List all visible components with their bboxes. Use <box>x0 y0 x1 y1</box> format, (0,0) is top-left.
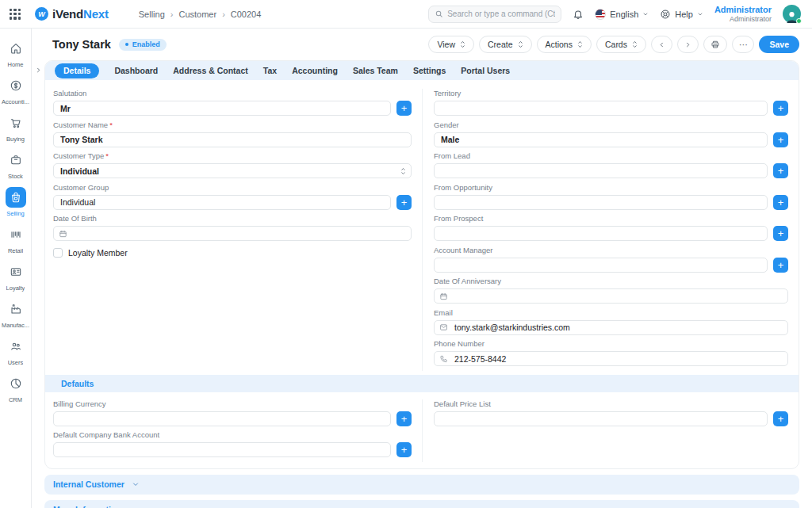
sidebar-item-manufacturing[interactable]: Manufac... <box>0 296 32 331</box>
section-title: Internal Customer <box>53 479 124 489</box>
from-prospect-input[interactable] <box>434 226 768 241</box>
print-button[interactable] <box>703 36 727 53</box>
chevron-down-icon <box>697 11 703 17</box>
main-content: Tony Stark Enabled View Create Actions C… <box>32 29 812 508</box>
avatar[interactable] <box>783 5 801 23</box>
field-from-opportunity: From Opportunity + <box>434 183 788 210</box>
online-status-dot <box>796 18 802 24</box>
sidebar-item-users[interactable]: Users <box>0 334 32 369</box>
add-from-opportunity-button[interactable]: + <box>773 195 788 210</box>
save-button[interactable]: Save <box>759 36 799 53</box>
create-button[interactable]: Create <box>479 36 532 53</box>
field-label: Billing Currency <box>53 399 412 408</box>
id-card-icon <box>6 262 26 282</box>
field-label: Email <box>434 308 788 317</box>
breadcrumb-selling[interactable]: Selling <box>139 10 165 19</box>
add-gender-button[interactable]: + <box>773 132 788 147</box>
user-menu[interactable]: Administrator Administrator <box>714 5 772 23</box>
add-customer-group-button[interactable]: + <box>396 195 412 210</box>
breadcrumb: Selling › Customer › C00204 <box>139 10 262 19</box>
tab-tax[interactable]: Tax <box>263 66 277 75</box>
email-input[interactable] <box>434 320 788 335</box>
sidebar-item-crm[interactable]: CRM <box>0 371 32 406</box>
view-button[interactable]: View <box>428 36 474 53</box>
add-default-company-bank-account-button[interactable]: + <box>396 442 412 457</box>
add-default-price-list-button[interactable]: + <box>773 411 788 426</box>
plus-icon: + <box>778 135 784 145</box>
territory-input[interactable] <box>434 101 768 116</box>
tab-address-contact[interactable]: Address & Contact <box>173 66 248 75</box>
account-manager-input[interactable] <box>434 258 768 273</box>
customer-group-input[interactable] <box>53 195 391 210</box>
logo-text: iVendNext <box>52 7 109 21</box>
cards-button[interactable]: Cards <box>596 36 646 53</box>
sidebar-item-stock[interactable]: Stock <box>0 147 32 182</box>
tab-settings[interactable]: Settings <box>413 66 446 75</box>
customer-name-input[interactable] <box>53 132 412 147</box>
chevron-left-icon <box>658 41 665 48</box>
tab-details[interactable]: Details <box>55 63 99 78</box>
select-arrows-icon <box>632 40 638 48</box>
field-customer-name: Customer Name* <box>53 120 412 147</box>
tab-portal-users[interactable]: Portal Users <box>461 66 510 75</box>
phone-number-input[interactable] <box>434 351 788 366</box>
field-customer-type: Customer Type* <box>53 151 412 178</box>
field-label: Account Manager <box>434 246 788 254</box>
breadcrumb-separator: › <box>170 10 174 19</box>
add-salutation-button[interactable]: + <box>396 101 412 116</box>
loyalty-member-checkbox-row[interactable]: Loyalty Member <box>53 248 412 258</box>
field-label: Customer Type* <box>53 151 412 160</box>
add-account-manager-button[interactable]: + <box>773 258 788 273</box>
help-menu[interactable]: Help <box>660 9 703 20</box>
default-company-bank-account-input[interactable] <box>53 442 391 457</box>
plus-icon: + <box>401 445 408 455</box>
customer-type-select[interactable] <box>53 163 412 178</box>
previous-record-button[interactable] <box>651 36 672 53</box>
plus-icon: + <box>401 103 408 113</box>
section-title: More Information <box>53 505 121 508</box>
menu-ellipsis-button[interactable]: ⋯ <box>732 36 755 53</box>
gender-input[interactable] <box>434 132 768 147</box>
tab-accounting[interactable]: Accounting <box>292 66 338 75</box>
breadcrumb-customer[interactable]: Customer <box>178 10 216 19</box>
add-from-prospect-button[interactable]: + <box>773 226 788 241</box>
sidebar-toggle-chevron[interactable] <box>35 67 42 74</box>
global-search[interactable] <box>428 6 561 23</box>
add-billing-currency-button[interactable]: + <box>396 411 412 426</box>
sidebar-item-accounting[interactable]: Accounti... <box>0 73 32 108</box>
notifications-bell-icon[interactable] <box>573 9 584 20</box>
sidebar-item-label: Loyalty <box>6 285 25 292</box>
sidebar-item-home[interactable]: Home <box>0 36 32 71</box>
date-of-birth-input[interactable] <box>53 226 412 241</box>
app-logo[interactable]: W iVendNext <box>35 7 109 21</box>
salutation-input[interactable] <box>53 101 391 116</box>
field-phone-number: Phone Number <box>434 339 788 366</box>
add-from-lead-button[interactable]: + <box>773 163 788 178</box>
from-lead-input[interactable] <box>434 163 768 178</box>
date-of-anniversary-input[interactable] <box>434 288 788 304</box>
sidebar-item-loyalty[interactable]: Loyalty <box>0 259 32 294</box>
sidebar-item-selling[interactable]: Selling <box>0 185 32 220</box>
tab-dashboard[interactable]: Dashboard <box>114 66 158 75</box>
field-territory: Territory + <box>434 89 788 116</box>
sidebar-item-retail[interactable]: Retail <box>0 222 32 257</box>
internal-customer-section[interactable]: Internal Customer <box>44 475 799 495</box>
sidebar-item-buying[interactable]: Buying <box>0 110 32 145</box>
checkbox-unchecked[interactable] <box>53 248 63 258</box>
default-price-list-input[interactable] <box>434 411 768 426</box>
logo-mark-icon: W <box>35 7 48 21</box>
app-grid-icon[interactable] <box>10 9 21 20</box>
tab-sales-team[interactable]: Sales Team <box>353 66 398 75</box>
add-territory-button[interactable]: + <box>773 101 788 116</box>
plus-icon: + <box>401 414 408 424</box>
more-information-section[interactable]: More Information <box>44 500 799 508</box>
from-opportunity-input[interactable] <box>434 195 768 210</box>
plus-icon: + <box>778 228 784 239</box>
field-label: Gender <box>434 120 788 129</box>
breadcrumb-current[interactable]: C00204 <box>231 10 262 19</box>
actions-button[interactable]: Actions <box>537 36 592 53</box>
billing-currency-input[interactable] <box>53 411 391 426</box>
next-record-button[interactable] <box>677 36 699 53</box>
search-input[interactable] <box>447 10 555 18</box>
language-selector[interactable]: English <box>595 9 649 20</box>
